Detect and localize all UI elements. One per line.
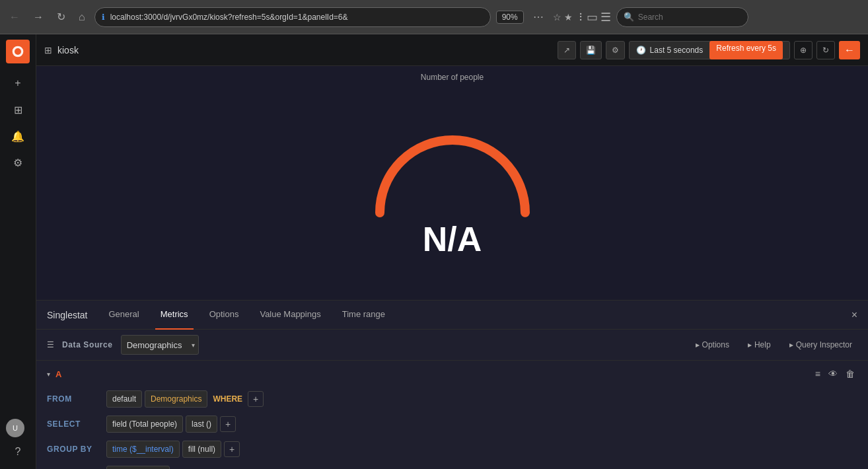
sidebar-bottom: U ? (6, 419, 30, 464)
panel-visualization: Number of people N/A (36, 66, 868, 301)
grafana-logo[interactable] (6, 40, 30, 63)
query-inspector-label: Query Inspector (796, 340, 852, 349)
refresh-button[interactable]: ↻ (53, 8, 69, 26)
dashboard-title: kiosk (57, 45, 552, 55)
editor-area: Singlestat General Metrics Options Value… (36, 301, 868, 469)
query-a-label: A (55, 369, 61, 379)
back-to-dashboard-button[interactable]: ← (839, 41, 860, 59)
home-button[interactable]: ⌂ (75, 9, 89, 26)
query-a-format-as-row: FORMAT AS Time series (47, 462, 857, 469)
sidebar-item-settings[interactable]: ⚙ (6, 151, 30, 174)
svg-point-1 (15, 48, 21, 55)
search-icon: 🔍 (624, 12, 634, 22)
tab-general[interactable]: General (103, 301, 144, 330)
group-by-add-button[interactable]: + (224, 441, 240, 457)
sidebar-item-dashboards[interactable]: ⊞ (6, 98, 30, 122)
back-button[interactable]: ← (5, 9, 24, 26)
main-content: ⊞ kiosk ↗ 💾 ⚙ 🕐 Last 5 seconds Refresh e… (36, 34, 868, 469)
format-as-select-wrap: Time series (106, 466, 170, 469)
browser-favorites: ☆ ★ (553, 12, 573, 22)
topbar: ⊞ kiosk ↗ 💾 ⚙ 🕐 Last 5 seconds Refresh e… (36, 34, 868, 66)
avatar[interactable]: U (6, 419, 24, 437)
editor-close-button[interactable]: × (851, 309, 857, 321)
options-arrow-icon: ▶ (696, 342, 700, 348)
browser-menu-icon[interactable]: ☰ (600, 10, 611, 24)
refresh-label[interactable]: Refresh every 5s (709, 41, 783, 59)
bookmark-icon[interactable]: ☆ (553, 12, 561, 22)
browser-extensions: ⫶ ▭ ☰ (578, 10, 611, 24)
select-field-tag[interactable]: field (Total people) (106, 415, 183, 433)
datasource-collapse-icon[interactable]: ☰ (47, 340, 54, 349)
panel-title: Number of people (421, 73, 484, 82)
clock-icon: 🕐 (636, 46, 646, 55)
gauge-container: N/A (360, 107, 545, 259)
group-by-label: GROUP BY (47, 441, 106, 458)
from-label: FROM (47, 390, 106, 408)
sidebar-item-help[interactable]: ? (6, 440, 30, 464)
query-a-group-by-row: GROUP BY time ($__interval) fill (null) … (47, 437, 857, 461)
app: + ⊞ 🔔 ⚙ U ? ⊞ kiosk ↗ 💾 ⚙ 🕐 Last 5 secon… (0, 34, 868, 469)
from-table-tag[interactable]: Demographics (145, 390, 207, 408)
browser-search-bar[interactable]: 🔍 (616, 7, 748, 27)
query-a-actions: ≡ 👁 🗑 (813, 366, 857, 382)
browser-chrome: ← → ↻ ⌂ ℹ localhost:3000/d/jvrvGx0mz/kio… (0, 0, 868, 34)
search-input[interactable] (638, 13, 741, 22)
apps-icon[interactable]: ⊞ (44, 45, 52, 55)
tab-time-range[interactable]: Time range (337, 301, 390, 330)
query-a-eye-button[interactable]: 👁 (826, 366, 840, 382)
options-button[interactable]: ▶ Options (690, 338, 735, 352)
query-a-from-row: FROM default Demographics WHERE + (47, 387, 857, 411)
browser-menu-button[interactable]: ⋯ (529, 8, 548, 26)
format-as-row-content: Time series (106, 466, 857, 469)
zoom-button[interactable]: ⊕ (794, 41, 813, 59)
query-a-delete-button[interactable]: 🗑 (843, 366, 857, 382)
sync-button[interactable]: ↻ (816, 41, 835, 59)
datasource-row: ☰ Data Source Demographics ▶ Options ▶ H… (36, 330, 868, 361)
query-a-collapse-icon[interactable]: ▾ (47, 371, 50, 378)
sidebar-item-add[interactable]: + (6, 71, 30, 95)
settings-button[interactable]: ⚙ (606, 41, 625, 59)
from-add-button[interactable]: + (248, 391, 264, 407)
query-inspector-button[interactable]: ▶ Query Inspector (784, 338, 857, 352)
help-button[interactable]: ▶ Help (742, 338, 776, 352)
options-label: Options (702, 340, 729, 349)
address-bar[interactable]: ℹ localhost:3000/d/jvrvGx0mz/kiosk?refre… (94, 7, 491, 27)
group-by-row-content: time ($__interval) fill (null) + (106, 441, 857, 458)
editor-header: Singlestat General Metrics Options Value… (36, 301, 868, 330)
group-by-field-tag[interactable]: time ($__interval) (106, 441, 180, 458)
library-icon[interactable]: ⫶ (578, 10, 584, 24)
help-arrow-icon: ▶ (748, 342, 752, 348)
where-keyword: WHERE (210, 390, 245, 408)
tab-options[interactable]: Options (204, 301, 244, 330)
sidebar-item-alerts[interactable]: 🔔 (6, 124, 30, 148)
select-row-content: field (Total people) last () + (106, 415, 857, 433)
gauge-value: N/A (423, 219, 482, 259)
star-icon[interactable]: ★ (564, 12, 573, 22)
select-label: SELECT (47, 415, 106, 433)
group-by-fn-tag[interactable]: fill (null) (182, 441, 221, 458)
editor-title: Singlestat (47, 310, 87, 320)
extensions-icon[interactable]: ▭ (587, 10, 598, 24)
tab-metrics[interactable]: Metrics (155, 301, 194, 330)
time-range-picker[interactable]: 🕐 Last 5 seconds Refresh every 5s (629, 41, 790, 59)
query-a-select-row: SELECT field (Total people) last () + (47, 412, 857, 436)
query-a-list-button[interactable]: ≡ (813, 366, 823, 382)
format-as-select[interactable]: Time series (106, 466, 170, 469)
datasource-label: Data Source (62, 340, 113, 349)
from-row-content: default Demographics WHERE + (106, 390, 857, 408)
grafana-logo-icon (11, 45, 24, 58)
query-inspector-arrow-icon: ▶ (789, 342, 793, 348)
select-fn-tag[interactable]: last () (186, 415, 217, 433)
help-label: Help (754, 340, 771, 349)
query-a-header: ▾ A ≡ 👁 🗑 (47, 361, 857, 387)
from-default-tag[interactable]: default (106, 390, 142, 408)
time-label: Last 5 seconds (650, 46, 704, 55)
save-button[interactable]: 💾 (580, 41, 602, 59)
zoom-indicator: 90% (496, 11, 524, 24)
datasource-select[interactable]: Demographics (121, 335, 199, 355)
tab-value-mappings[interactable]: Value Mappings (254, 301, 326, 330)
select-add-button[interactable]: + (220, 416, 236, 432)
forward-button[interactable]: → (29, 9, 48, 26)
share-button[interactable]: ↗ (558, 41, 576, 59)
sidebar: + ⊞ 🔔 ⚙ U ? (0, 34, 36, 469)
